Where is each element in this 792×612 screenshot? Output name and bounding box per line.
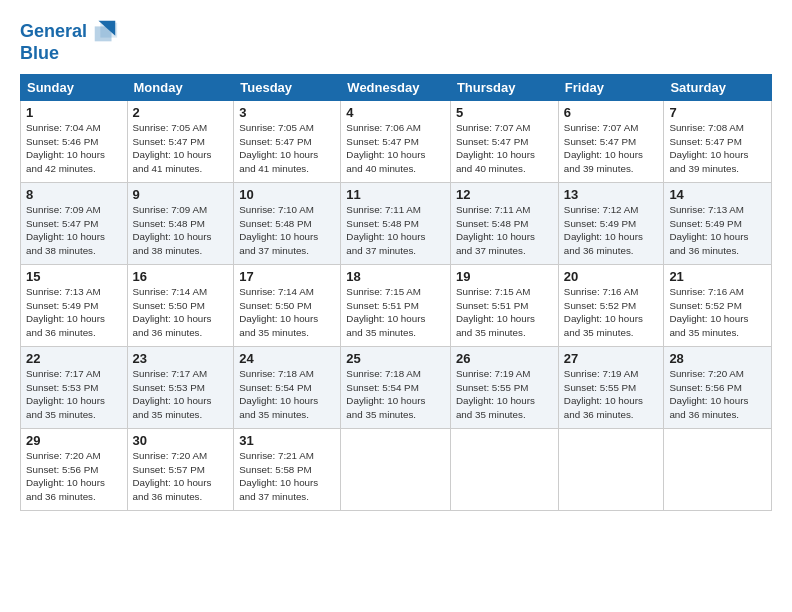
calendar-day-cell: 8 Sunrise: 7:09 AMSunset: 5:47 PMDayligh… — [21, 182, 128, 264]
day-number: 26 — [456, 351, 553, 366]
day-info: Sunrise: 7:19 AMSunset: 5:55 PMDaylight:… — [456, 368, 535, 420]
day-number: 30 — [133, 433, 229, 448]
calendar-week-row: 1 Sunrise: 7:04 AMSunset: 5:46 PMDayligh… — [21, 100, 772, 182]
weekday-header-thursday: Thursday — [450, 74, 558, 100]
day-info: Sunrise: 7:13 AMSunset: 5:49 PMDaylight:… — [26, 286, 105, 338]
day-number: 21 — [669, 269, 766, 284]
day-number: 13 — [564, 187, 659, 202]
day-number: 18 — [346, 269, 445, 284]
calendar-day-cell: 12 Sunrise: 7:11 AMSunset: 5:48 PMDaylig… — [450, 182, 558, 264]
day-info: Sunrise: 7:09 AMSunset: 5:47 PMDaylight:… — [26, 204, 105, 256]
day-number: 5 — [456, 105, 553, 120]
day-info: Sunrise: 7:16 AMSunset: 5:52 PMDaylight:… — [669, 286, 748, 338]
day-number: 22 — [26, 351, 122, 366]
calendar-week-row: 15 Sunrise: 7:13 AMSunset: 5:49 PMDaylig… — [21, 264, 772, 346]
day-number: 19 — [456, 269, 553, 284]
calendar-day-cell: 13 Sunrise: 7:12 AMSunset: 5:49 PMDaylig… — [558, 182, 664, 264]
calendar-day-cell: 17 Sunrise: 7:14 AMSunset: 5:50 PMDaylig… — [234, 264, 341, 346]
day-number: 20 — [564, 269, 659, 284]
weekday-header-row: SundayMondayTuesdayWednesdayThursdayFrid… — [21, 74, 772, 100]
day-info: Sunrise: 7:15 AMSunset: 5:51 PMDaylight:… — [346, 286, 425, 338]
day-number: 6 — [564, 105, 659, 120]
calendar-day-cell: 25 Sunrise: 7:18 AMSunset: 5:54 PMDaylig… — [341, 346, 451, 428]
logo: General Blue — [20, 18, 119, 64]
calendar-day-cell: 21 Sunrise: 7:16 AMSunset: 5:52 PMDaylig… — [664, 264, 772, 346]
calendar-day-cell: 19 Sunrise: 7:15 AMSunset: 5:51 PMDaylig… — [450, 264, 558, 346]
day-info: Sunrise: 7:17 AMSunset: 5:53 PMDaylight:… — [26, 368, 105, 420]
logo-icon — [91, 18, 119, 46]
calendar-day-cell: 23 Sunrise: 7:17 AMSunset: 5:53 PMDaylig… — [127, 346, 234, 428]
day-info: Sunrise: 7:11 AMSunset: 5:48 PMDaylight:… — [346, 204, 425, 256]
calendar-day-cell: 18 Sunrise: 7:15 AMSunset: 5:51 PMDaylig… — [341, 264, 451, 346]
day-info: Sunrise: 7:17 AMSunset: 5:53 PMDaylight:… — [133, 368, 212, 420]
page-header: General Blue — [20, 18, 772, 64]
day-number: 9 — [133, 187, 229, 202]
day-info: Sunrise: 7:10 AMSunset: 5:48 PMDaylight:… — [239, 204, 318, 256]
day-info: Sunrise: 7:09 AMSunset: 5:48 PMDaylight:… — [133, 204, 212, 256]
day-number: 31 — [239, 433, 335, 448]
day-info: Sunrise: 7:08 AMSunset: 5:47 PMDaylight:… — [669, 122, 748, 174]
day-info: Sunrise: 7:11 AMSunset: 5:48 PMDaylight:… — [456, 204, 535, 256]
calendar-table: SundayMondayTuesdayWednesdayThursdayFrid… — [20, 74, 772, 511]
day-number: 12 — [456, 187, 553, 202]
logo-text-blue: Blue — [20, 44, 119, 64]
day-info: Sunrise: 7:18 AMSunset: 5:54 PMDaylight:… — [239, 368, 318, 420]
day-number: 8 — [26, 187, 122, 202]
day-info: Sunrise: 7:12 AMSunset: 5:49 PMDaylight:… — [564, 204, 643, 256]
logo-text: General — [20, 22, 87, 42]
calendar-day-cell: 11 Sunrise: 7:11 AMSunset: 5:48 PMDaylig… — [341, 182, 451, 264]
day-number: 7 — [669, 105, 766, 120]
day-info: Sunrise: 7:04 AMSunset: 5:46 PMDaylight:… — [26, 122, 105, 174]
day-info: Sunrise: 7:06 AMSunset: 5:47 PMDaylight:… — [346, 122, 425, 174]
day-info: Sunrise: 7:20 AMSunset: 5:56 PMDaylight:… — [669, 368, 748, 420]
day-info: Sunrise: 7:07 AMSunset: 5:47 PMDaylight:… — [456, 122, 535, 174]
calendar-day-cell: 6 Sunrise: 7:07 AMSunset: 5:47 PMDayligh… — [558, 100, 664, 182]
calendar-day-cell: 9 Sunrise: 7:09 AMSunset: 5:48 PMDayligh… — [127, 182, 234, 264]
calendar-day-cell: 20 Sunrise: 7:16 AMSunset: 5:52 PMDaylig… — [558, 264, 664, 346]
calendar-day-cell: 27 Sunrise: 7:19 AMSunset: 5:55 PMDaylig… — [558, 346, 664, 428]
day-number: 24 — [239, 351, 335, 366]
day-info: Sunrise: 7:14 AMSunset: 5:50 PMDaylight:… — [133, 286, 212, 338]
calendar-day-cell: 4 Sunrise: 7:06 AMSunset: 5:47 PMDayligh… — [341, 100, 451, 182]
weekday-header-saturday: Saturday — [664, 74, 772, 100]
day-number: 1 — [26, 105, 122, 120]
day-info: Sunrise: 7:07 AMSunset: 5:47 PMDaylight:… — [564, 122, 643, 174]
calendar-day-cell: 7 Sunrise: 7:08 AMSunset: 5:47 PMDayligh… — [664, 100, 772, 182]
day-info: Sunrise: 7:16 AMSunset: 5:52 PMDaylight:… — [564, 286, 643, 338]
empty-cell — [558, 428, 664, 510]
calendar-day-cell: 31 Sunrise: 7:21 AMSunset: 5:58 PMDaylig… — [234, 428, 341, 510]
calendar-day-cell: 28 Sunrise: 7:20 AMSunset: 5:56 PMDaylig… — [664, 346, 772, 428]
calendar-day-cell: 24 Sunrise: 7:18 AMSunset: 5:54 PMDaylig… — [234, 346, 341, 428]
weekday-header-friday: Friday — [558, 74, 664, 100]
calendar-day-cell: 16 Sunrise: 7:14 AMSunset: 5:50 PMDaylig… — [127, 264, 234, 346]
day-info: Sunrise: 7:20 AMSunset: 5:57 PMDaylight:… — [133, 450, 212, 502]
calendar-day-cell: 3 Sunrise: 7:05 AMSunset: 5:47 PMDayligh… — [234, 100, 341, 182]
calendar-day-cell: 29 Sunrise: 7:20 AMSunset: 5:56 PMDaylig… — [21, 428, 128, 510]
day-info: Sunrise: 7:21 AMSunset: 5:58 PMDaylight:… — [239, 450, 318, 502]
day-number: 10 — [239, 187, 335, 202]
calendar-day-cell: 14 Sunrise: 7:13 AMSunset: 5:49 PMDaylig… — [664, 182, 772, 264]
weekday-header-monday: Monday — [127, 74, 234, 100]
day-number: 15 — [26, 269, 122, 284]
day-info: Sunrise: 7:14 AMSunset: 5:50 PMDaylight:… — [239, 286, 318, 338]
day-info: Sunrise: 7:19 AMSunset: 5:55 PMDaylight:… — [564, 368, 643, 420]
calendar-day-cell: 22 Sunrise: 7:17 AMSunset: 5:53 PMDaylig… — [21, 346, 128, 428]
empty-cell — [450, 428, 558, 510]
calendar-day-cell: 5 Sunrise: 7:07 AMSunset: 5:47 PMDayligh… — [450, 100, 558, 182]
day-info: Sunrise: 7:18 AMSunset: 5:54 PMDaylight:… — [346, 368, 425, 420]
day-number: 11 — [346, 187, 445, 202]
calendar-day-cell: 15 Sunrise: 7:13 AMSunset: 5:49 PMDaylig… — [21, 264, 128, 346]
day-number: 17 — [239, 269, 335, 284]
day-number: 16 — [133, 269, 229, 284]
day-info: Sunrise: 7:13 AMSunset: 5:49 PMDaylight:… — [669, 204, 748, 256]
weekday-header-wednesday: Wednesday — [341, 74, 451, 100]
day-info: Sunrise: 7:20 AMSunset: 5:56 PMDaylight:… — [26, 450, 105, 502]
day-info: Sunrise: 7:05 AMSunset: 5:47 PMDaylight:… — [133, 122, 212, 174]
empty-cell — [341, 428, 451, 510]
day-number: 28 — [669, 351, 766, 366]
day-number: 29 — [26, 433, 122, 448]
day-number: 2 — [133, 105, 229, 120]
day-number: 14 — [669, 187, 766, 202]
day-info: Sunrise: 7:15 AMSunset: 5:51 PMDaylight:… — [456, 286, 535, 338]
weekday-header-sunday: Sunday — [21, 74, 128, 100]
